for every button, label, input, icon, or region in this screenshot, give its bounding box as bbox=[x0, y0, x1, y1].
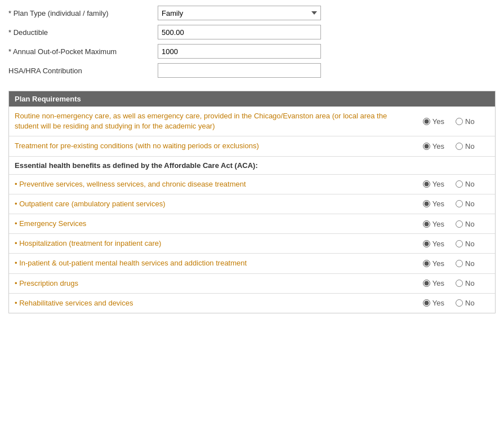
rehabilitative-yes-option[interactable]: Yes bbox=[423, 299, 444, 307]
plan-type-input-wrapper: Individual Family bbox=[158, 6, 321, 20]
preventive-row: • Preventive services, wellness services… bbox=[9, 175, 495, 194]
preventive-yes-label: Yes bbox=[432, 180, 444, 188]
prescription-no-label: No bbox=[465, 279, 475, 287]
preventive-yes-option[interactable]: Yes bbox=[423, 180, 444, 188]
routine-care-no-label: No bbox=[465, 117, 475, 126]
hsa-input[interactable] bbox=[158, 63, 321, 78]
prescription-radio-group: Yes No bbox=[388, 279, 489, 287]
pre-existing-no-option[interactable]: No bbox=[456, 142, 489, 150]
routine-care-yes-label: Yes bbox=[432, 117, 444, 126]
prescription-yes-option[interactable]: Yes bbox=[423, 279, 444, 287]
emergency-no-option[interactable]: No bbox=[456, 220, 489, 228]
preventive-no-option[interactable]: No bbox=[456, 180, 489, 188]
hospitalization-yes-radio[interactable] bbox=[423, 240, 430, 247]
emergency-yes-label: Yes bbox=[432, 220, 444, 228]
hsa-row: HSA/HRA Contribution bbox=[8, 63, 496, 78]
pre-existing-no-radio[interactable] bbox=[456, 143, 463, 150]
hospitalization-text: • Hospitalization (treatment for inpatie… bbox=[15, 238, 388, 249]
emergency-yes-option[interactable]: Yes bbox=[423, 220, 444, 228]
routine-care-radio-group: Yes No bbox=[388, 117, 489, 126]
rehabilitative-no-option[interactable]: No bbox=[456, 299, 489, 307]
mental-health-yes-label: Yes bbox=[432, 259, 444, 268]
outpatient-no-radio[interactable] bbox=[456, 200, 463, 207]
preventive-no-radio[interactable] bbox=[456, 180, 463, 188]
routine-care-yes-option[interactable]: Yes bbox=[423, 117, 444, 126]
plan-type-row: * Plan Type (individual / family) Indivi… bbox=[8, 6, 496, 20]
deductible-label: * Deductible bbox=[8, 28, 158, 37]
rehabilitative-no-label: No bbox=[465, 299, 475, 307]
pre-existing-text: Treatment for pre-existing conditions (w… bbox=[15, 141, 388, 151]
rehabilitative-yes-radio[interactable] bbox=[423, 299, 430, 307]
outpatient-yes-option[interactable]: Yes bbox=[423, 200, 444, 208]
rehabilitative-radio-group: Yes No bbox=[388, 299, 489, 307]
routine-care-yes-radio[interactable] bbox=[423, 118, 430, 125]
mental-health-no-label: No bbox=[465, 259, 475, 268]
hsa-input-wrapper bbox=[158, 63, 321, 78]
outpatient-text: • Outpatient care (ambulatory patient se… bbox=[15, 199, 388, 209]
aca-header-text: Essential health benefits as defined by … bbox=[15, 161, 489, 170]
form-section: * Plan Type (individual / family) Indivi… bbox=[0, 0, 504, 91]
deductible-row: * Deductible bbox=[8, 25, 496, 39]
outpatient-radio-group: Yes No bbox=[388, 200, 489, 208]
prescription-yes-radio[interactable] bbox=[423, 280, 430, 287]
aca-header-row: Essential health benefits as defined by … bbox=[9, 157, 495, 175]
routine-care-text: Routine non-emergency care, as well as e… bbox=[15, 111, 388, 131]
hospitalization-no-option[interactable]: No bbox=[456, 240, 489, 248]
pre-existing-radio-group: Yes No bbox=[388, 142, 489, 150]
preventive-no-label: No bbox=[465, 180, 475, 188]
plan-requirements-section: Plan Requirements Routine non-emergency … bbox=[8, 91, 496, 313]
pre-existing-yes-radio[interactable] bbox=[423, 143, 430, 150]
plan-requirements-header: Plan Requirements bbox=[9, 91, 495, 107]
prescription-text: • Prescription drugs bbox=[15, 278, 388, 289]
outpatient-yes-radio[interactable] bbox=[423, 200, 430, 207]
emergency-row: • Emergency Services Yes No bbox=[9, 214, 495, 234]
outpatient-row: • Outpatient care (ambulatory patient se… bbox=[9, 194, 495, 214]
pre-existing-yes-label: Yes bbox=[432, 142, 444, 150]
preventive-text: • Preventive services, wellness services… bbox=[15, 179, 388, 189]
outpatient-no-label: No bbox=[465, 200, 475, 208]
hsa-label: HSA/HRA Contribution bbox=[8, 67, 158, 75]
rehabilitative-yes-label: Yes bbox=[432, 299, 444, 307]
outpatient-no-option[interactable]: No bbox=[456, 200, 489, 208]
hospitalization-yes-label: Yes bbox=[432, 240, 444, 248]
preventive-yes-radio[interactable] bbox=[423, 180, 430, 188]
outpatient-yes-label: Yes bbox=[432, 200, 444, 208]
hospitalization-row: • Hospitalization (treatment for inpatie… bbox=[9, 234, 495, 254]
annual-oop-label: * Annual Out-of-Pocket Maximum bbox=[8, 47, 158, 56]
rehabilitative-no-radio[interactable] bbox=[456, 299, 463, 307]
deductible-input[interactable] bbox=[158, 25, 321, 39]
hospitalization-radio-group: Yes No bbox=[388, 240, 489, 248]
hospitalization-no-radio[interactable] bbox=[456, 240, 463, 247]
hospitalization-no-label: No bbox=[465, 240, 475, 248]
prescription-no-option[interactable]: No bbox=[456, 279, 489, 287]
pre-existing-no-label: No bbox=[465, 142, 475, 150]
mental-health-no-radio[interactable] bbox=[456, 260, 463, 267]
emergency-no-label: No bbox=[465, 220, 475, 228]
mental-health-yes-radio[interactable] bbox=[423, 260, 430, 267]
prescription-row: • Prescription drugs Yes No bbox=[9, 274, 495, 294]
deductible-input-wrapper bbox=[158, 25, 321, 39]
routine-care-row: Routine non-emergency care, as well as e… bbox=[9, 107, 495, 136]
mental-health-text: • In-patient & out-patient mental health… bbox=[15, 258, 388, 268]
routine-care-no-option[interactable]: No bbox=[456, 117, 489, 126]
rehabilitative-row: • Rehabilitative services and devices Ye… bbox=[9, 294, 495, 313]
annual-oop-input-wrapper bbox=[158, 44, 321, 59]
emergency-text: • Emergency Services bbox=[15, 219, 388, 229]
plan-type-label: * Plan Type (individual / family) bbox=[8, 9, 158, 17]
routine-care-no-radio[interactable] bbox=[456, 118, 463, 125]
mental-health-yes-option[interactable]: Yes bbox=[423, 259, 444, 268]
preventive-radio-group: Yes No bbox=[388, 180, 489, 188]
emergency-yes-radio[interactable] bbox=[423, 220, 430, 228]
prescription-no-radio[interactable] bbox=[456, 280, 463, 287]
emergency-no-radio[interactable] bbox=[456, 220, 463, 228]
hospitalization-yes-option[interactable]: Yes bbox=[423, 240, 444, 248]
rehabilitative-text: • Rehabilitative services and devices bbox=[15, 298, 388, 308]
annual-oop-input[interactable] bbox=[158, 44, 321, 59]
mental-health-no-option[interactable]: No bbox=[456, 259, 489, 268]
plan-type-select[interactable]: Individual Family bbox=[158, 6, 321, 20]
emergency-radio-group: Yes No bbox=[388, 220, 489, 228]
pre-existing-yes-option[interactable]: Yes bbox=[423, 142, 444, 150]
mental-health-row: • In-patient & out-patient mental health… bbox=[9, 254, 495, 273]
mental-health-radio-group: Yes No bbox=[388, 259, 489, 268]
pre-existing-row: Treatment for pre-existing conditions (w… bbox=[9, 136, 495, 156]
